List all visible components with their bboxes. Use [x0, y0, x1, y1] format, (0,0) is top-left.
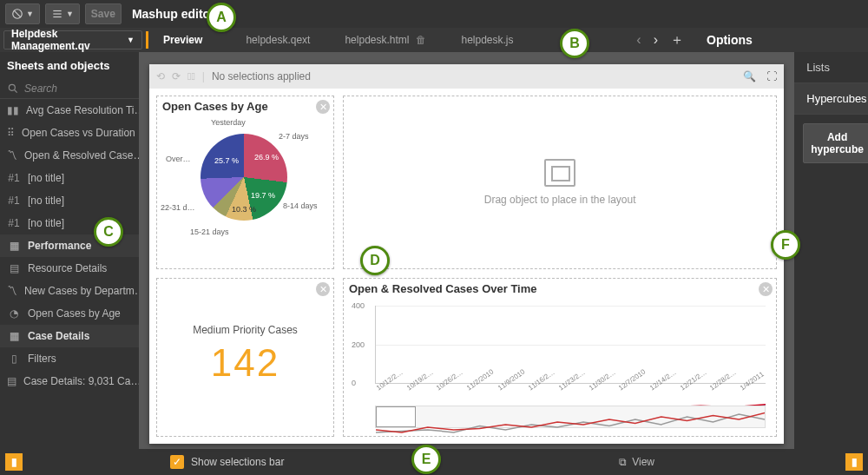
sheet-label: Case Details	[28, 330, 89, 342]
obj-label: Avg Case Resolution Ti…	[26, 104, 139, 116]
sel-fwd-icon[interactable]: ⟳	[172, 70, 181, 82]
next-tab-button[interactable]: ›	[654, 32, 658, 48]
save-button[interactable]: Save	[85, 3, 122, 24]
obj-open-vs-duration[interactable]: ⠿Open Cases vs Duration	[0, 122, 139, 144]
obj-resource-details[interactable]: ▤Resource Details	[0, 257, 139, 280]
add-hypercube-button[interactable]: Add hypercube	[803, 123, 868, 163]
second-bar: Helpdesk Management.qv ▼ Preview helpdes…	[0, 28, 868, 52]
ytick: 0	[352, 379, 356, 387]
preview-area: ⟲ ⟳ ✖⃝ | No selections applied 🔍 ⛶ Open …	[139, 52, 794, 449]
drop-icon	[544, 159, 575, 187]
search-input[interactable]: Search	[0, 79, 139, 99]
pie-label: Over…	[166, 155, 191, 163]
tab-js[interactable]: helpdesk.js	[444, 28, 530, 52]
expand-icon[interactable]: ⛶	[766, 70, 777, 82]
project-dropdown[interactable]: Helpdesk Management.qv ▼	[3, 30, 142, 49]
sheet-case-details[interactable]: ▦Case Details	[0, 325, 139, 347]
tab-html[interactable]: helpdesk.html 🗑	[327, 28, 444, 52]
zone-empty[interactable]: Drag object to place in the layout	[343, 96, 777, 269]
left-panel-toggle[interactable]: ▮	[5, 453, 23, 471]
pie-value: 10.3 %	[232, 205, 256, 214]
zone-kpi[interactable]: ✕ Medium Priority Cases 142	[156, 278, 334, 437]
show-selections-label: Show selections bar	[191, 456, 284, 468]
zone-line[interactable]: Open & Resolved Cases Over Time ✕ 400 20…	[343, 278, 777, 437]
callout-a: A	[207, 3, 236, 32]
sheet-label: Performance	[28, 240, 91, 252]
tab-label: helpdesk.qext	[246, 34, 310, 46]
kpi-value: 142	[211, 341, 279, 385]
right-panel-toggle[interactable]: ▮	[845, 453, 863, 471]
obj-kpi-1[interactable]: #1[no title]	[0, 167, 139, 189]
disable-icon	[11, 8, 23, 20]
list-icon	[51, 8, 63, 20]
obj-kpi-2[interactable]: #1[no title]	[0, 189, 139, 212]
scatter-icon: ⠿	[7, 127, 15, 139]
chevron-down-icon: ▼	[66, 10, 74, 18]
tab-preview[interactable]: Preview	[146, 28, 220, 52]
pie-chart: Yesterday 2-7 days Over… 8-14 days 15-21…	[157, 116, 333, 255]
obj-avg-case-resolution[interactable]: ▮▮Avg Case Resolution Ti…	[0, 99, 139, 122]
trash-icon[interactable]: 🗑	[416, 34, 426, 46]
kpi-icon: #1	[7, 217, 21, 229]
filter-icon: ▯	[7, 353, 21, 365]
pie-label: 8-14 days	[283, 201, 318, 210]
obj-label: [no title]	[28, 172, 64, 184]
obj-label: Open Cases vs Duration	[22, 127, 135, 139]
view-button[interactable]: ⧉ View	[619, 456, 654, 468]
chevron-down-icon: ▼	[26, 10, 34, 18]
list-options-button[interactable]: ▼	[45, 3, 80, 24]
svg-line-6	[15, 90, 17, 93]
obj-label: [no title]	[28, 217, 64, 229]
sheet-icon: ▦	[7, 240, 21, 252]
left-panel-title: Sheets and objects	[0, 52, 139, 79]
svg-line-1	[14, 10, 21, 17]
add-tab-button[interactable]: ＋	[670, 31, 684, 49]
kpi-label: Medium Priority Cases	[193, 324, 298, 336]
sel-back-icon[interactable]: ⟲	[156, 70, 165, 82]
pie-value: 26.9 %	[254, 153, 279, 162]
obj-filters[interactable]: ▯Filters	[0, 347, 139, 370]
pie-label: 22-31 d…	[161, 203, 195, 212]
callout-f: F	[771, 230, 800, 260]
chart-title: Open Cases by Age	[157, 96, 333, 116]
options-hypercubes[interactable]: Hypercubes	[794, 83, 868, 115]
show-selections-checkbox[interactable]: ✓	[170, 455, 184, 469]
project-name: Helpdesk Management.qv	[11, 28, 127, 52]
obj-new-cases-dept[interactable]: 〽New Cases by Departm…	[0, 280, 139, 302]
preview-canvas: ⟲ ⟳ ✖⃝ | No selections applied 🔍 ⛶ Open …	[149, 64, 784, 444]
close-icon[interactable]: ✕	[316, 100, 330, 114]
close-icon[interactable]: ✕	[316, 282, 330, 296]
tab-label: Preview	[163, 34, 202, 46]
chart-title: Open & Resolved Cases Over Time	[344, 279, 776, 299]
line-chart: 400 200 0 10/12/2… 10/19/2… 10/26/2…	[344, 299, 776, 432]
zone-pie[interactable]: Open Cases by Age ✕ Yesterday 2-7 days O…	[156, 96, 334, 269]
obj-open-resolved-line[interactable]: 〽Open & Resolved Case…	[0, 144, 139, 167]
sel-message: No selections applied	[212, 70, 311, 82]
callout-c: C	[94, 217, 123, 247]
pie-icon: ◔	[7, 307, 21, 320]
obj-label: Open Cases by Age	[28, 307, 121, 320]
pie-label: 2-7 days	[279, 132, 309, 141]
pie-label: 15-21 days	[190, 228, 229, 236]
drop-message: Drag object to place in the layout	[484, 194, 636, 206]
tab-qext[interactable]: helpdesk.qext	[228, 28, 327, 52]
options-header: Options	[694, 28, 868, 52]
sel-clear-icon[interactable]: ✖⃝	[187, 70, 195, 82]
prev-tab-button[interactable]: ‹	[636, 32, 641, 48]
obj-label: Case Details: 9,031 Ca…	[23, 375, 139, 387]
callout-e: E	[411, 445, 441, 474]
tab-label: helpdesk.html	[345, 34, 409, 46]
search-icon[interactable]: 🔍	[743, 70, 756, 82]
obj-label: Open & Resolved Case…	[24, 149, 139, 162]
callout-d: D	[360, 246, 390, 275]
pie-value: 25.7 %	[214, 156, 239, 165]
search-placeholder: Search	[24, 82, 57, 95]
disable-button[interactable]: ▼	[5, 3, 40, 24]
range-brush[interactable]	[375, 406, 766, 428]
obj-open-cases-age[interactable]: ◔Open Cases by Age	[0, 302, 139, 325]
options-lists[interactable]: Lists	[794, 52, 868, 83]
obj-case-details-table[interactable]: ▤Case Details: 9,031 Ca…	[0, 370, 139, 393]
sheet-icon: ▦	[7, 330, 21, 342]
view-icon: ⧉	[619, 456, 627, 468]
obj-label: [no title]	[28, 195, 64, 207]
